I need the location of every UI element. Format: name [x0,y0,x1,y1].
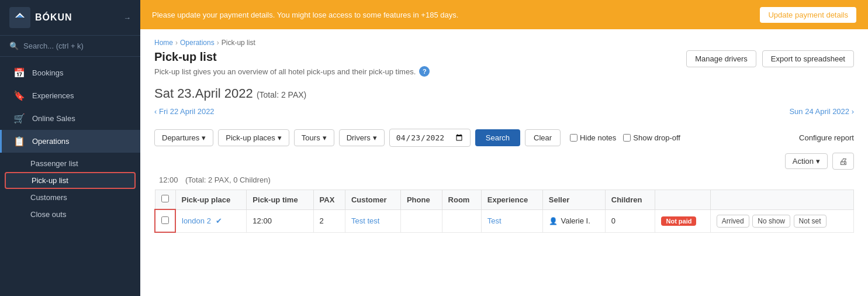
hide-notes-label: Hide notes [580,133,616,142]
header-children: Children [605,190,655,210]
cell-experience: Test [481,209,542,232]
update-payment-button[interactable]: Update payment details [760,7,856,23]
cell-status-actions: Arrived No show Not set [710,209,853,232]
sidebar-item-experiences[interactable]: 🔖 Experiences [0,84,140,107]
sidebar-search-placeholder: Search... (ctrl + k) [23,42,84,50]
time-group-summary: (Total: 2 PAX, 0 Children) [185,175,271,184]
header-seller: Seller [542,190,605,210]
pickup-places-filter[interactable]: Pick-up places ▾ [218,129,289,146]
arrived-button[interactable]: Arrived [717,215,749,228]
sidebar-collapse-button[interactable]: → [123,13,131,22]
pax-value: 2 [320,216,324,225]
pick-up-list-label: Pick-up list [32,176,68,185]
pickup-time-value: 12:00 [253,216,272,225]
time-group-time: 12:00 [159,175,178,184]
show-dropoff-label: Show drop-off [633,133,680,142]
manage-drivers-button[interactable]: Manage drivers [686,50,756,67]
header-experience: Experience [481,190,542,210]
header-phone: Phone [400,190,442,210]
table-header: Pick-up place Pick-up time PAX Customer … [155,190,854,210]
pickup-place-link[interactable]: london 2 [182,216,211,225]
export-spreadsheet-button[interactable]: Export to spreadsheet [762,50,854,67]
sidebar-item-online-sales[interactable]: 🛒 Online Sales [0,107,140,130]
total-pax-label: (Total: 2 PAX) [257,90,306,99]
main-content: Please update your payment details. You … [140,0,868,296]
sidebar-item-online-sales-label: Online Sales [32,114,75,123]
seller-value: Valerie I. [561,216,590,225]
sidebar-item-close-outs[interactable]: Close outs [0,206,140,223]
header-actions [710,190,853,210]
next-date-link[interactable]: Sun 24 April 2022 › [789,107,854,116]
page-header: Pick-up list Pick-up list gives you an o… [154,50,854,77]
close-outs-label: Close outs [30,210,66,219]
banner-text: Please update your payment details. You … [152,11,760,19]
hide-notes-checkbox-label[interactable]: Hide notes [570,133,616,142]
cell-seller: 👤 Valerie I. [542,209,605,232]
children-value: 0 [611,216,615,225]
configure-report-button[interactable]: Configure report [799,133,854,142]
header-checkbox-cell [155,190,175,210]
customers-label: Customers [30,193,67,202]
logo-icon [9,7,30,28]
page-subtitle: Pick-up list gives you an overview of al… [154,66,430,77]
breadcrumb: Home › Operations › Pick-up list [154,39,854,47]
show-dropoff-checkbox-label[interactable]: Show drop-off [623,133,680,142]
row-checkbox[interactable] [161,216,169,224]
sidebar-item-pick-up-list[interactable]: Pick-up list [5,172,136,189]
page-area: Home › Operations › Pick-up list Pick-up… [140,29,868,296]
select-all-checkbox[interactable] [161,195,169,202]
clear-button[interactable]: Clear [525,129,561,146]
show-dropoff-checkbox[interactable] [623,134,631,142]
action-dropdown-button[interactable]: Action ▾ [785,153,828,169]
search-button[interactable]: Search [475,129,520,146]
filter-checkboxes: Hide notes Show drop-off [570,133,680,142]
sidebar-search-bar[interactable]: 🔍 Search... (ctrl + k) [0,36,140,57]
departures-chevron-icon: ▾ [202,133,206,142]
sidebar-header: BÓKUN → [0,0,140,36]
drivers-filter[interactable]: Drivers ▾ [339,129,385,146]
date-picker[interactable] [389,129,471,147]
action-row: Action ▾ 🖨 [154,153,854,170]
cell-phone [400,209,442,232]
sidebar-item-customers[interactable]: Customers [0,189,140,206]
cell-payment-status: Not paid [655,209,710,232]
sidebar-item-bookings[interactable]: 📅 Bookings [0,61,140,84]
sidebar-item-passenger-list[interactable]: Passenger list [0,155,140,172]
experiences-icon: 🔖 [13,90,25,101]
drivers-chevron-icon: ▾ [373,133,377,142]
breadcrumb-sep-2: › [217,39,219,47]
sidebar-nav: 📅 Bookings 🔖 Experiences 🛒 Online Sales … [0,57,140,296]
page-title-block: Pick-up list Pick-up list gives you an o… [154,50,430,77]
breadcrumb-operations[interactable]: Operations [180,39,215,47]
experience-link[interactable]: Test [487,216,502,225]
prev-date-link[interactable]: ‹ Fri 22 April 2022 [154,107,215,116]
action-label: Action [793,157,814,166]
breadcrumb-home[interactable]: Home [154,39,173,47]
hide-notes-checkbox[interactable] [570,134,577,142]
not-set-button[interactable]: Not set [794,215,826,228]
header-payment-status [655,190,710,210]
page-inner: Home › Operations › Pick-up list Pick-up… [140,29,868,242]
date-nav: ‹ Fri 22 April 2022 Sun 24 April 2022 › [154,107,854,116]
online-sales-icon: 🛒 [13,113,25,124]
sidebar: BÓKUN → 🔍 Search... (ctrl + k) 📅 Booking… [0,0,140,296]
sidebar-item-experiences-label: Experiences [32,91,74,100]
help-icon[interactable]: ? [419,66,430,77]
header-customer: Customer [345,190,400,210]
customer-link[interactable]: Test test [351,216,379,225]
sidebar-item-operations-label: Operations [32,137,70,146]
tours-filter[interactable]: Tours ▾ [294,129,334,146]
pickup-places-chevron-icon: ▾ [278,133,282,142]
time-group-header: 12:00 (Total: 2 PAX, 0 Children) [154,174,854,185]
cell-pickup-time: 12:00 [247,209,313,232]
sidebar-item-operations[interactable]: 📋 Operations [0,130,140,153]
logo-text: BÓKUN [35,12,72,23]
cell-pax: 2 [313,209,345,232]
print-button[interactable]: 🖨 [832,153,854,170]
departures-filter[interactable]: Departures ▾ [154,129,213,146]
departures-label: Departures [162,133,199,142]
no-show-button[interactable]: No show [752,215,790,228]
cell-pickup-place: london 2 ✔ [175,209,247,232]
header-pickup-time: Pick-up time [247,190,313,210]
tours-label: Tours [302,133,320,142]
